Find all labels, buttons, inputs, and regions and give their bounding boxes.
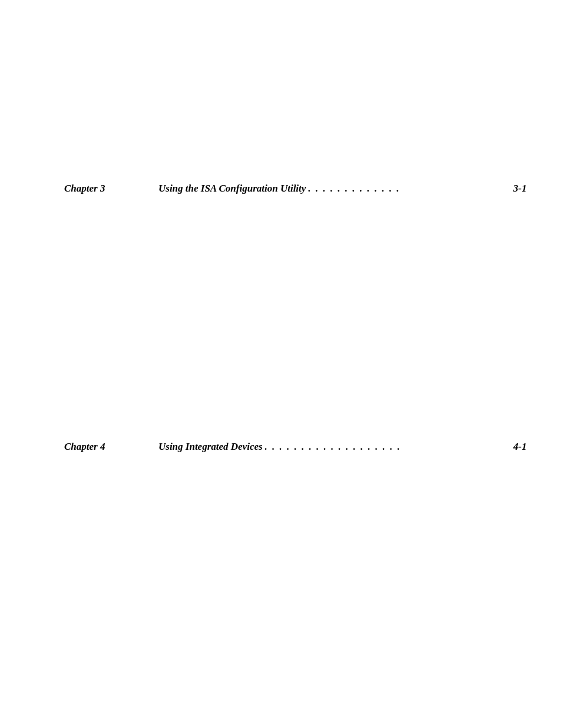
chapter4-title: Using Integrated Devices . . . . . . . .… (158, 441, 527, 453)
chapter4-label: Chapter 4 (64, 441, 158, 453)
chapter3-label: Chapter 3 (64, 183, 158, 195)
chapter3-dots: . . . . . . . . . . . . . (308, 183, 511, 195)
chapter4-title-text: Using Integrated Devices (158, 441, 263, 453)
chapter4-dots: . . . . . . . . . . . . . . . . . . . (265, 441, 511, 453)
toc-entry-chapter3: Chapter 3 Using the ISA Configuration Ut… (64, 183, 527, 195)
chapter3-title: Using the ISA Configuration Utility . . … (158, 183, 527, 195)
chapter3-title-text: Using the ISA Configuration Utility (158, 183, 306, 195)
toc-entry-chapter4: Chapter 4 Using Integrated Devices . . .… (64, 441, 527, 453)
page: Chapter 3 Using the ISA Configuration Ut… (0, 0, 562, 728)
chapter4-page-number: 4-1 (513, 441, 527, 453)
chapter3-page-number: 3-1 (513, 183, 527, 195)
